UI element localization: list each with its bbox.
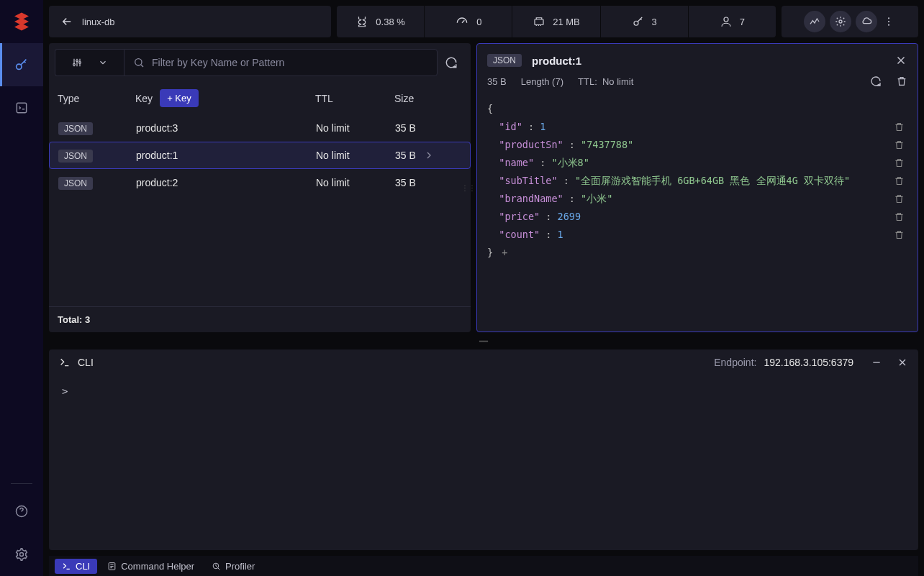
search-icon	[133, 57, 145, 68]
delete-field-icon[interactable]	[891, 122, 907, 132]
add-key-button[interactable]: + Key	[160, 89, 199, 107]
key-detail-panel: JSON product:1 35 B Length (7) TTL: No l…	[476, 43, 918, 332]
delete-key-button[interactable]	[896, 76, 907, 87]
svg-rect-1	[17, 103, 26, 112]
row-size: 35 B	[395, 150, 453, 161]
refresh-keys-button[interactable]	[438, 56, 465, 69]
keys-footer: Total: 3	[49, 306, 471, 332]
svg-rect-4	[535, 19, 543, 25]
row-key: product:3	[136, 122, 316, 134]
app-logo	[0, 0, 43, 43]
json-field[interactable]: "price" : 2699	[487, 208, 907, 226]
detail-key-name: product:1	[532, 55, 581, 67]
detail-type-badge: JSON	[487, 54, 522, 67]
svg-point-6	[724, 17, 728, 22]
svg-point-5	[634, 21, 638, 25]
keys-table-header: Type Key + Key TTL Size	[49, 82, 471, 114]
sidebar-item-workbench[interactable]	[0, 86, 43, 129]
type-badge: JSON	[58, 150, 93, 163]
row-size: 35 B	[395, 122, 453, 134]
col-key: Key	[135, 93, 153, 104]
topbar: linux-db 0.38 % 0 21 MB 3	[43, 0, 924, 43]
stat-keys[interactable]: 3	[601, 6, 689, 37]
refresh-detail-button[interactable]	[870, 76, 882, 87]
bottombar: CLI Command Helper Profiler	[49, 556, 918, 576]
tool-cloud-icon[interactable]	[856, 11, 877, 32]
key-search-wrap	[124, 49, 438, 76]
stat-clients[interactable]: 7	[689, 6, 776, 37]
bottom-tab-command-helper[interactable]: Command Helper	[100, 559, 201, 574]
sidebar-item-settings[interactable]	[0, 533, 43, 576]
stat-memory[interactable]: 21 MB	[512, 6, 600, 37]
table-row[interactable]: JSON product:1 No limit 35 B	[49, 142, 471, 169]
cli-panel: CLI Endpoint: 192.168.3.105:6379 >	[49, 349, 918, 550]
svg-point-8	[888, 17, 889, 19]
stat-latency[interactable]: 0	[425, 6, 512, 37]
type-badge: JSON	[58, 177, 93, 190]
table-row[interactable]: JSON product:3 No limit 35 B	[49, 114, 471, 142]
row-ttl: No limit	[316, 150, 395, 161]
json-field[interactable]: "subTitle" : "全面屏游戏智能手机 6GB+64GB 黑色 全网通4…	[487, 172, 907, 190]
json-field[interactable]: "name" : "小米8"	[487, 154, 907, 172]
tool-settings-icon[interactable]	[830, 11, 851, 32]
svg-point-10	[888, 24, 889, 26]
col-ttl: TTL	[315, 93, 394, 104]
col-type: Type	[58, 93, 135, 104]
delete-field-icon[interactable]	[891, 193, 907, 204]
cli-prompt: >	[62, 385, 68, 397]
tool-more-icon[interactable]	[882, 16, 896, 27]
vertical-resize-handle[interactable]: ⋮⋮	[461, 184, 476, 192]
bottom-tab-cli[interactable]: CLI	[55, 559, 97, 574]
terminal-icon	[59, 357, 71, 368]
json-field[interactable]: "brandName" : "小米"	[487, 190, 907, 208]
type-badge: JSON	[58, 122, 93, 135]
cli-title: CLI	[78, 357, 94, 368]
delete-field-icon[interactable]	[891, 157, 907, 168]
topbar-tools	[782, 6, 918, 37]
minimize-cli-button[interactable]	[871, 357, 882, 368]
chevron-right-icon	[423, 150, 435, 161]
svg-point-7	[839, 20, 842, 23]
horizontal-resize-handle[interactable]: ━━	[49, 338, 918, 344]
bottom-tab-profiler[interactable]: Profiler	[204, 559, 262, 574]
sidebar-item-help[interactable]	[0, 490, 43, 533]
db-name: linux-db	[82, 17, 115, 27]
delete-field-icon[interactable]	[891, 175, 907, 186]
key-search-input[interactable]	[152, 57, 428, 68]
row-size: 35 B	[395, 177, 453, 188]
row-ttl: No limit	[316, 122, 395, 134]
delete-field-icon[interactable]	[891, 140, 907, 150]
svg-point-3	[20, 553, 24, 557]
svg-point-14	[135, 59, 142, 65]
tool-analytics-icon[interactable]	[804, 11, 825, 32]
svg-point-13	[79, 62, 81, 64]
delete-field-icon[interactable]	[891, 211, 907, 222]
add-field-button[interactable]: +	[499, 247, 507, 258]
detail-size: 35 B	[487, 76, 507, 87]
delete-field-icon[interactable]	[891, 229, 907, 240]
svg-point-11	[73, 63, 76, 65]
row-key: product:2	[136, 177, 316, 188]
chevron-down-icon	[98, 58, 108, 68]
svg-point-9	[888, 21, 889, 22]
back-icon[interactable]	[60, 15, 73, 28]
keys-panel: Type Key + Key TTL Size JSON product:3 N…	[49, 43, 471, 332]
filter-type-dropdown[interactable]	[55, 49, 124, 76]
sidebar-item-keys[interactable]	[0, 43, 43, 86]
row-ttl: No limit	[316, 177, 395, 188]
db-selector[interactable]: linux-db	[49, 6, 331, 37]
col-size: Size	[394, 93, 452, 104]
stat-cpu[interactable]: 0.38 %	[337, 6, 425, 37]
json-field[interactable]: "count" : 1	[487, 226, 907, 244]
svg-point-0	[17, 64, 22, 69]
table-row[interactable]: JSON product:2 No limit 35 B	[49, 169, 471, 196]
json-field[interactable]: "productSn" : "7437788"	[487, 136, 907, 154]
cli-body[interactable]: >	[49, 375, 918, 550]
detail-length: Length (7)	[521, 76, 563, 87]
close-cli-button[interactable]	[897, 357, 908, 368]
sliders-icon	[71, 57, 83, 68]
json-field[interactable]: "id" : 1	[487, 118, 907, 136]
svg-point-12	[76, 60, 78, 62]
close-detail-button[interactable]	[894, 54, 907, 67]
endpoint-value: 192.168.3.105:6379	[764, 357, 853, 368]
